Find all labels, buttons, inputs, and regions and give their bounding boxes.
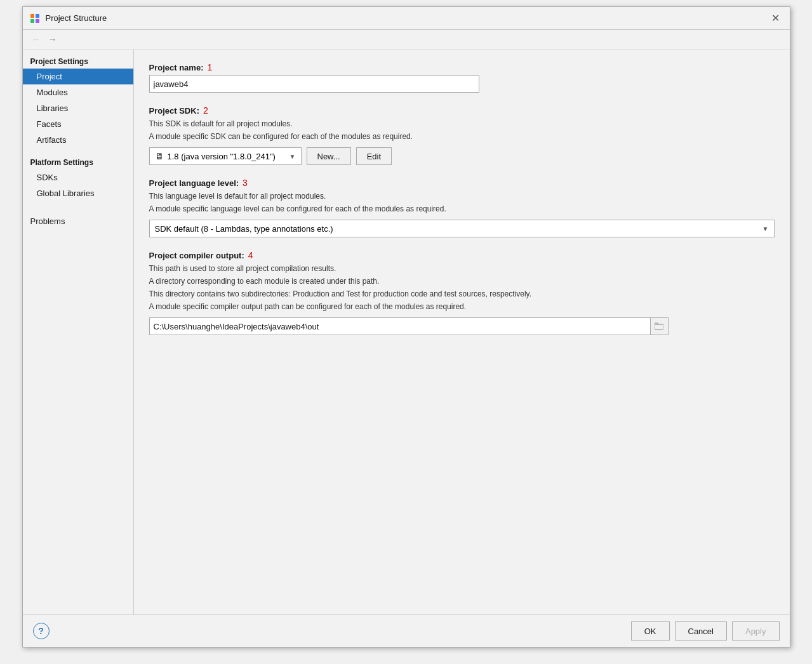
project-settings-group-label: Project Settings xyxy=(23,52,133,69)
apply-button[interactable]: Apply xyxy=(732,621,780,641)
project-compiler-desc2: A directory corresponding to each module… xyxy=(149,276,775,287)
sidebar-item-libraries[interactable]: Libraries xyxy=(23,100,133,116)
project-sdk-label: Project SDK: xyxy=(149,106,199,116)
language-level-dropdown[interactable]: SDK default (8 - Lambdas, type annotatio… xyxy=(149,220,775,237)
close-button[interactable]: ✕ xyxy=(768,11,783,26)
compiler-output-path-input[interactable] xyxy=(149,317,651,335)
language-level-value: SDK default (8 - Lambdas, type annotatio… xyxy=(155,224,757,234)
svg-rect-1 xyxy=(36,14,39,18)
sdk-dropdown[interactable]: 🖥 1.8 (java version "1.8.0_241") ▼ xyxy=(149,147,302,165)
svg-rect-3 xyxy=(36,19,39,23)
help-button[interactable]: ? xyxy=(33,623,50,639)
sdk-dropdown-value: 1.8 (java version "1.8.0_241") xyxy=(168,152,284,161)
nav-bar: ← → xyxy=(23,30,790,50)
svg-rect-4 xyxy=(655,324,663,329)
project-language-header: Project language level: 3 xyxy=(149,178,775,188)
sdk-icon: 🖥 xyxy=(155,151,164,161)
project-compiler-label: Project compiler output: xyxy=(149,251,244,260)
project-compiler-desc4: A module specific compiler output path c… xyxy=(149,301,775,312)
sdk-new-button[interactable]: New... xyxy=(307,147,351,165)
compiler-output-path-row xyxy=(149,317,775,335)
sdk-edit-button[interactable]: Edit xyxy=(356,147,392,165)
sdk-dropdown-arrow-icon: ▼ xyxy=(290,153,296,160)
sidebar-item-sdks[interactable]: SDKs xyxy=(23,169,133,185)
window-title: Project Structure xyxy=(46,13,768,23)
project-name-input[interactable] xyxy=(149,75,479,93)
sidebar: Project Settings Project Modules Librari… xyxy=(23,50,134,614)
project-structure-dialog: Project Structure ✕ ← → Project Settings… xyxy=(22,6,790,647)
content-area: Project Settings Project Modules Librari… xyxy=(23,50,790,614)
svg-rect-0 xyxy=(30,14,34,18)
project-language-desc2: A module specific language level can be … xyxy=(149,203,775,215)
project-compiler-header: Project compiler output: 4 xyxy=(149,250,775,260)
project-sdk-desc2: A module specific SDK can be configured … xyxy=(149,131,775,142)
project-sdk-section: Project SDK: 2 This SDK is default for a… xyxy=(149,105,775,165)
project-name-header: Project name: 1 xyxy=(149,62,775,72)
back-button[interactable]: ← xyxy=(29,32,43,46)
forward-button[interactable]: → xyxy=(46,32,60,46)
sidebar-item-artifacts[interactable]: Artifacts xyxy=(23,132,133,148)
title-bar: Project Structure ✕ xyxy=(23,7,790,30)
project-language-label: Project language level: xyxy=(149,178,239,188)
svg-rect-2 xyxy=(30,19,34,23)
project-sdk-desc1: This SDK is default for all project modu… xyxy=(149,118,775,129)
project-name-section: Project name: 1 xyxy=(149,62,775,93)
language-select-arrow-icon: ▼ xyxy=(762,225,769,232)
bottom-area: ? OK Cancel Apply xyxy=(23,614,790,647)
sdk-row: 🖥 1.8 (java version "1.8.0_241") ▼ New..… xyxy=(149,147,775,165)
project-language-desc1: This language level is default for all p… xyxy=(149,190,775,202)
bottom-buttons: ? OK Cancel Apply xyxy=(23,615,790,647)
project-compiler-number: 4 xyxy=(248,250,253,260)
project-name-label: Project name: xyxy=(149,63,204,72)
project-compiler-section: Project compiler output: 4 This path is … xyxy=(149,250,775,335)
project-language-number: 3 xyxy=(243,178,248,188)
main-panel: Project name: 1 Project SDK: 2 This SDK … xyxy=(134,50,790,614)
cancel-button[interactable]: Cancel xyxy=(675,621,727,641)
project-name-number: 1 xyxy=(207,62,212,72)
app-icon xyxy=(29,13,41,24)
sidebar-item-project[interactable]: Project xyxy=(23,69,133,84)
project-compiler-desc1: This path is used to store all project c… xyxy=(149,263,775,274)
sidebar-item-global-libraries[interactable]: Global Libraries xyxy=(23,185,133,201)
sidebar-item-facets[interactable]: Facets xyxy=(23,116,133,132)
project-sdk-number: 2 xyxy=(203,105,208,116)
project-language-section: Project language level: 3 This language … xyxy=(149,178,775,237)
platform-settings-group-label: Platform Settings xyxy=(23,153,133,169)
ok-button[interactable]: OK xyxy=(631,621,670,641)
path-browse-button[interactable] xyxy=(651,317,669,335)
project-compiler-desc3: This directory contains two subdirectori… xyxy=(149,288,775,300)
sidebar-item-modules[interactable]: Modules xyxy=(23,84,133,100)
project-sdk-header: Project SDK: 2 xyxy=(149,105,775,116)
sidebar-item-problems[interactable]: Problems xyxy=(23,211,133,231)
